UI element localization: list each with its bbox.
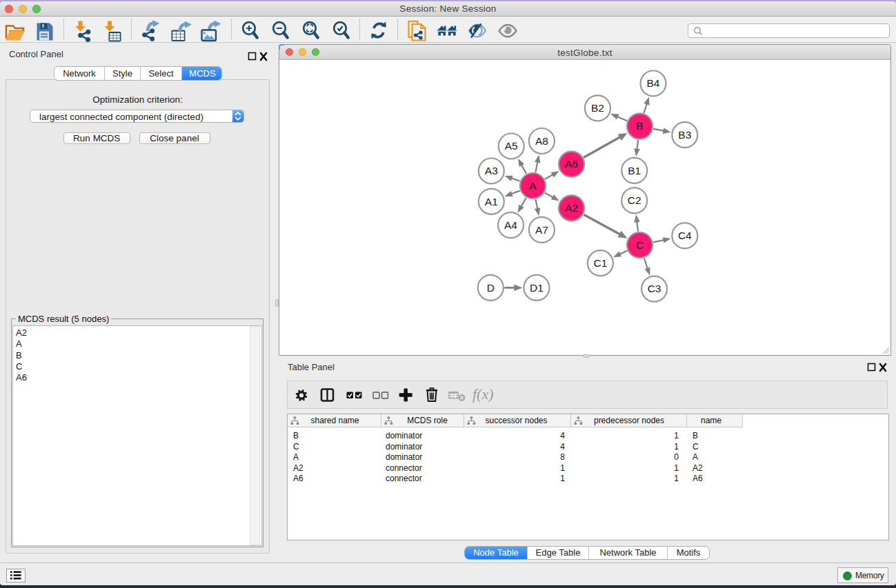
svg-text:B3: B3 [678, 129, 691, 141]
svg-text:A5: A5 [505, 140, 518, 152]
svg-text:A6: A6 [565, 158, 578, 170]
svg-text:B4: B4 [647, 77, 660, 89]
svg-text:C3: C3 [648, 283, 661, 294]
svg-text:A1: A1 [485, 196, 498, 207]
svg-text:A8: A8 [535, 135, 548, 147]
svg-text:C2: C2 [628, 194, 641, 206]
svg-text:C: C [636, 239, 644, 251]
svg-text:B: B [636, 120, 643, 132]
svg-text:A3: A3 [485, 165, 498, 176]
svg-text:D1: D1 [530, 282, 544, 294]
svg-text:A2: A2 [565, 202, 578, 214]
svg-text:A: A [529, 180, 537, 192]
svg-text:A4: A4 [504, 219, 517, 231]
svg-text:B2: B2 [591, 102, 604, 114]
svg-text:C1: C1 [593, 257, 607, 269]
svg-text:D: D [487, 282, 495, 294]
svg-text:C4: C4 [678, 230, 692, 241]
svg-text:B1: B1 [628, 165, 641, 176]
svg-text:A7: A7 [535, 224, 548, 236]
